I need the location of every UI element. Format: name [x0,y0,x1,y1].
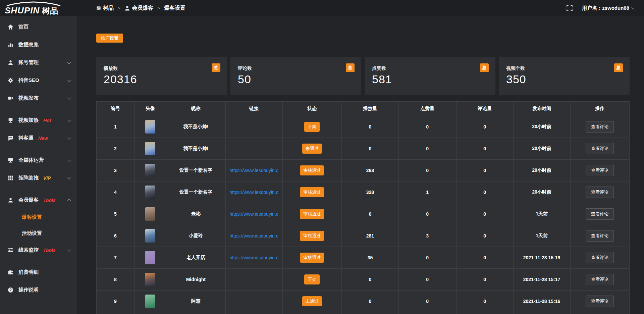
sidebar-divider [0,189,77,189]
link-cell [225,116,282,138]
sidebar-item-account-manage[interactable]: 账号管理 [0,54,77,71]
sidebar-item-video-heat[interactable]: 视频加热Hot [0,111,77,129]
comment-count-text: 0 [483,168,486,173]
empty-cell [513,312,570,314]
breadcrumb-label: 树品 [103,5,114,12]
row-id: 2 [97,138,135,160]
avatar-cell [134,203,166,225]
sidebar-item-member-baoke[interactable]: 会员爆客Tools [0,191,77,209]
sidebar-item-label: 会员爆客 [18,197,39,203]
logo-cjk-text: 树品 [42,7,58,15]
action-cell: 查看评论 [570,138,629,160]
play-count-text: 35 [368,255,373,260]
user-menu[interactable]: 用户名：zswodun88 [582,5,635,11]
sidebar-item-clue-monitor[interactable]: 线索监控Tools [0,241,77,259]
column-header: 播放量 [341,102,398,116]
play-count: 0 [341,203,398,225]
breadcrumb-item-member-baoke[interactable]: 会员爆客 [124,5,154,12]
stat-label: 播放数 [104,65,220,71]
view-comments-button[interactable]: 查看评论 [586,143,614,154]
play-count-text: 0 [369,299,372,304]
action-cell: 查看评论 [570,269,629,291]
stat-label: 视频个数 [506,65,623,71]
promo-settings-button[interactable]: 推广设置 [96,34,123,43]
action-cell: 查看评论 [570,225,629,247]
table-row: 5老彬https://www.iesdouyin.c审核通过0001天前查看评论 [97,203,630,225]
logo-arc [5,1,62,6]
breadcrumb-item-shupin[interactable]: 树品 [96,5,114,12]
fullscreen-icon[interactable] [567,5,573,11]
play-count: 328 [341,181,398,203]
sidebar-item-douketong[interactable]: 抖客通New [0,129,77,147]
video-link[interactable]: https://www.iesdouyin.c [229,211,278,217]
wallet-icon [7,269,13,275]
like-count: 0 [398,138,456,160]
view-comments-button[interactable]: 查看评论 [586,230,614,242]
row-id: 9 [97,291,135,312]
view-comments-button[interactable]: 查看评论 [586,252,614,263]
like-count: 0 [398,203,456,225]
sidebar-subitem-baoke-settings[interactable]: 爆客设置 [0,209,77,225]
view-comments-button[interactable]: 查看评论 [586,274,614,285]
play-count: 0 [341,269,398,291]
view-comments-button[interactable]: 查看评论 [586,121,614,133]
row-id-text: 3 [114,168,117,173]
like-count-text: 1 [426,190,429,195]
view-comments-button[interactable]: 查看评论 [586,296,614,307]
video-link[interactable]: https://www.iesdouyin.c [229,190,278,195]
total-badge: 总 [346,63,355,72]
video-link[interactable]: https://www.iesdouyin.c [229,255,278,260]
sidebar-item-home[interactable]: 首页 [0,18,77,36]
status-cell: 下架 [282,116,341,138]
publish-time-text: 20小时前 [532,189,551,195]
row-id: 5 [97,203,135,225]
sidebar-item-video-publish[interactable]: 视频发布 [0,89,77,107]
chevron-down-icon [67,248,71,251]
stat-value: 581 [372,73,489,86]
publish-time-text: 2021-11-28 15:19 [523,255,560,260]
sidebar-item-matrix-boost[interactable]: 矩阵助推VIP [0,169,77,187]
avatar [145,229,155,243]
sidebar-subitem-activity-settings[interactable]: 活动设置 [0,225,77,241]
publish-time: 2021-11-28 15:19 [513,247,570,269]
sidebar-item-label: 抖音SEO [18,77,39,84]
home-icon [7,24,13,30]
like-count: 0 [398,160,456,181]
empty-cell [282,312,341,314]
sidebar-item-label: 消费明细 [18,269,39,275]
view-comments-button[interactable]: 查看评论 [586,208,614,220]
sidebar-item-data-overview[interactable]: 数据总览 [0,36,77,54]
empty-cell [398,312,456,314]
member-icon [7,197,13,203]
screen-icon [7,117,13,123]
play-count: 263 [341,160,398,181]
video-link[interactable]: https://www.iesdouyin.c [229,233,278,239]
view-comments-button[interactable]: 查看评论 [586,187,614,198]
empty-cell [456,312,513,314]
status-badge: 未通过 [302,296,322,306]
status-cell: 审核通过 [282,225,341,247]
table-row: 6小爱玲https://www.iesdouyin.c审核通过281301天前查… [97,225,630,247]
like-count-text: 3 [426,233,429,239]
like-count-text: 0 [426,146,429,151]
sidebar-item-operation-guide[interactable]: ?操作说明 [0,281,77,299]
sidebar-item-label: 全媒体运营 [18,157,44,163]
status-badge: 下架 [304,122,320,132]
app-logo: SHUPIN 树品 [0,0,77,16]
comment-count: 0 [456,269,513,291]
column-header: 昵称 [166,102,225,116]
view-comments-button[interactable]: 查看评论 [586,165,614,176]
table-body: 1我不是小帅!下架00020小时前查看评论2我不是小帅!未通过00020小时前查… [97,116,630,314]
total-badge: 总 [614,63,623,72]
sidebar-item-consume-detail[interactable]: 消费明细 [0,263,77,281]
row-id: 1 [97,116,135,138]
action-cell: 查看评论 [570,291,629,312]
sidebar-item-douyin-seo[interactable]: 抖音SEO [0,71,77,89]
video-link[interactable]: https://www.iesdouyin.c [229,168,278,173]
status-cell: 未通过 [282,291,341,312]
column-header: 头像 [134,102,166,116]
sidebar-item-all-media-ops[interactable]: 全媒体运营 [0,151,77,169]
breadcrumb-item-baoke-settings[interactable]: 爆客设置 [164,5,185,12]
nickname-text: 阿慧 [191,298,201,304]
chevron-up-icon [67,199,71,202]
